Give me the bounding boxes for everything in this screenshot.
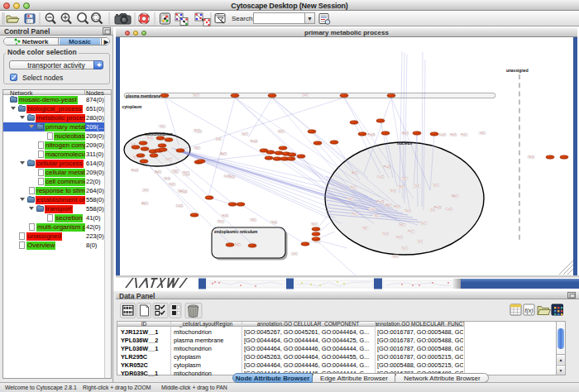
svg-text:Pma(3): Pma(3) [377, 200, 385, 203]
svg-text:Ybr(4): Ybr(4) [528, 155, 534, 159]
svg-text:Pet(1): Pet(1) [350, 186, 356, 189]
svg-text:Hxt(3): Hxt(3) [399, 185, 404, 189]
svg-text:(4x4): (4x4) [143, 189, 148, 192]
svg-text:Ybr(4): Ybr(4) [382, 232, 388, 236]
svg-text:Hxt(3): Hxt(3) [394, 205, 400, 208]
svg-text:Snf(2): Snf(2) [399, 223, 404, 227]
svg-text:Snf(2): Snf(2) [169, 183, 175, 186]
svg-text:Snf(2): Snf(2) [234, 243, 240, 246]
svg-text:Snf(2): Snf(2) [165, 158, 171, 161]
svg-text:Ybr(4): Ybr(4) [390, 189, 395, 193]
svg-text:(4x4): (4x4) [414, 184, 419, 188]
svg-text:(4x4): (4x4) [303, 93, 308, 97]
svg-text:Yol(2): Yol(2) [480, 131, 486, 135]
svg-text:f(x): f(x) [524, 308, 533, 314]
svg-text:Yol(2): Yol(2) [173, 170, 179, 173]
svg-text:unassigned: unassigned [506, 69, 529, 73]
svg-text:Pma(3): Pma(3) [132, 169, 139, 172]
svg-text:Yol(2): Yol(2) [251, 218, 256, 222]
svg-text:Pma(3): Pma(3) [251, 140, 258, 143]
svg-text:Cox(2): Cox(2) [439, 133, 446, 136]
svg-text:Atp(5): Atp(5) [402, 131, 408, 135]
svg-text:Cox(2): Cox(2) [446, 208, 452, 211]
svg-text:Ygr(1): Ygr(1) [433, 184, 438, 187]
svg-text:(4x4): (4x4) [216, 137, 221, 141]
svg-text:Hxt(3): Hxt(3) [450, 133, 456, 136]
svg-text:Atp(5): Atp(5) [220, 152, 226, 155]
svg-text:Yol(2): Yol(2) [160, 125, 165, 128]
svg-text:(4x4): (4x4) [292, 252, 297, 256]
svg-text:Ybr(4): Ybr(4) [194, 129, 199, 132]
svg-text:Ygr(1): Ygr(1) [242, 132, 247, 136]
svg-text:mitochondrion: mitochondrion [145, 132, 173, 136]
svg-text:Snf(2): Snf(2) [347, 198, 353, 201]
svg-text:Ygr(1): Ygr(1) [193, 93, 199, 97]
svg-text:Ybr(4): Ybr(4) [146, 136, 152, 140]
svg-text:Pet(1): Pet(1) [218, 220, 223, 223]
svg-text:Ybr(4): Ybr(4) [404, 209, 410, 213]
svg-text:endoplasmic reticulum: endoplasmic reticulum [214, 230, 257, 234]
svg-text:Pet(1): Pet(1) [352, 213, 357, 216]
svg-text:Ygr(1): Ygr(1) [311, 222, 317, 226]
svg-text:Snf(2): Snf(2) [392, 255, 398, 258]
svg-text:Pma(3): Pma(3) [180, 190, 188, 194]
svg-text:plasma membrane: plasma membrane [126, 94, 160, 98]
svg-text:Yol(2): Yol(2) [362, 227, 368, 230]
svg-text:cytoplasm: cytoplasm [122, 105, 142, 109]
svg-text:Ygr(1): Ygr(1) [401, 246, 407, 250]
svg-text:Yol(2): Yol(2) [194, 146, 200, 150]
svg-text:Ygr(1): Ygr(1) [420, 222, 426, 225]
svg-text:Pma(3): Pma(3) [368, 133, 376, 136]
svg-text:(4x4): (4x4) [418, 240, 423, 243]
svg-text:Pet(1): Pet(1) [408, 230, 414, 233]
svg-text:Yol(2): Yol(2) [402, 177, 408, 180]
svg-text:Ybr(4): Ybr(4) [270, 221, 276, 224]
svg-text:Cox(2): Cox(2) [377, 175, 384, 179]
svg-text:Atp(5): Atp(5) [141, 202, 147, 205]
svg-text:Pma(3): Pma(3) [434, 206, 442, 209]
svg-text:Cox(2): Cox(2) [176, 204, 183, 208]
svg-text:Cox(2): Cox(2) [369, 208, 376, 211]
svg-text:Yol(2): Yol(2) [374, 214, 380, 218]
svg-text:Atp(5): Atp(5) [452, 194, 457, 198]
svg-text:Ybr(4): Ybr(4) [164, 177, 170, 180]
svg-text:Hxt(3): Hxt(3) [228, 175, 234, 179]
svg-text:Pma(3): Pma(3) [384, 165, 391, 169]
svg-text:Pet(1): Pet(1) [183, 171, 189, 174]
svg-text:Hxt(3): Hxt(3) [396, 236, 402, 239]
svg-text:Atp(5): Atp(5) [385, 203, 391, 207]
svg-text:Pet(1): Pet(1) [461, 133, 467, 136]
svg-text:Hxt(3): Hxt(3) [222, 214, 227, 218]
svg-text:Atp(5): Atp(5) [155, 170, 160, 174]
svg-text:Snf(2): Snf(2) [278, 130, 284, 133]
svg-text:Atp(5): Atp(5) [352, 171, 357, 174]
